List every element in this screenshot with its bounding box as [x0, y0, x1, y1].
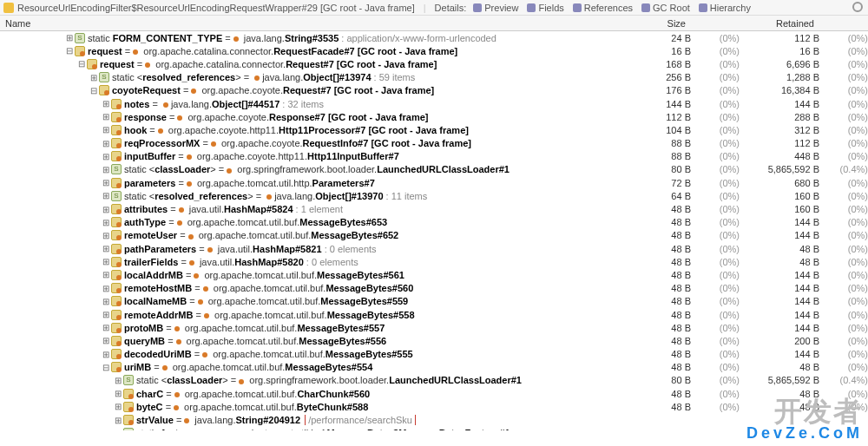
expander-icon[interactable]: ⊞ — [101, 218, 111, 227]
field-icon — [111, 230, 122, 240]
retained-pct: (0%) — [826, 191, 868, 201]
expander-icon[interactable]: ⊞ — [101, 205, 111, 214]
tree-row[interactable]: ⊞localAddrMB = org.apache.tomcat.util.bu… — [0, 268, 868, 281]
expander-icon[interactable]: ⊞ — [101, 112, 111, 121]
retained-pct: (0%) — [826, 178, 868, 188]
expander-icon[interactable]: ⊞ — [101, 152, 111, 161]
expander-icon[interactable]: ⊞ — [113, 389, 123, 398]
expander-icon[interactable]: ⊞ — [113, 402, 123, 411]
expander-icon[interactable]: ⊞ — [101, 139, 111, 148]
tree-row[interactable]: ⊞parameters = org.apache.tomcat.util.htt… — [0, 176, 868, 189]
field-icon — [111, 323, 122, 333]
object-tree[interactable]: ⊞static FORM_CONTENT_TYPE = java.lang.St… — [0, 31, 868, 430]
tree-row[interactable]: ⊞byteC = org.apache.tomcat.util.buf.Byte… — [0, 400, 868, 413]
size-value: 16 B — [611, 46, 698, 56]
expander-icon[interactable]: ⊟ — [76, 59, 87, 69]
expander-icon[interactable]: ⊟ — [101, 363, 111, 372]
tree-row[interactable]: ⊞hook = org.apache.coyote.http11.Http11P… — [0, 123, 868, 136]
col-name[interactable]: Name — [5, 18, 606, 29]
node-label: localAddrMB = org.apache.tomcat.util.buf… — [124, 270, 611, 280]
tree-row[interactable]: ⊞localNameMB = org.apache.tomcat.util.bu… — [0, 295, 868, 308]
tree-row[interactable]: ⊟request = org.apache.catalina.connector… — [0, 44, 868, 57]
gear-icon[interactable] — [852, 2, 863, 12]
static-field-icon — [111, 191, 122, 201]
size-value: 80 B — [611, 164, 698, 174]
expander-icon[interactable]: ⊞ — [101, 336, 111, 345]
expander-icon[interactable]: ⊞ — [113, 376, 123, 385]
tree-row[interactable]: ⊞remoteUser = org.apache.tomcat.util.buf… — [0, 229, 868, 242]
tree-row[interactable]: ⊞authType = org.apache.tomcat.util.buf.M… — [0, 216, 868, 229]
tree-row[interactable]: ⊞notes = java.lang.Object[]#44517 : 32 i… — [0, 97, 868, 110]
toolbar-preview[interactable]: Preview — [473, 3, 518, 13]
expander-icon[interactable]: ⊞ — [101, 231, 111, 240]
tree-row[interactable]: ⊞response = org.apache.coyote.Response#7… — [0, 110, 868, 123]
expander-icon[interactable]: ⊞ — [101, 191, 111, 200]
expander-icon[interactable]: ⊞ — [101, 257, 111, 266]
expander-icon[interactable]: ⊞ — [101, 178, 111, 187]
tree-row[interactable]: ⊞static <classLoader> = org.springframew… — [0, 374, 868, 387]
expander-icon[interactable]: ⊞ — [101, 165, 111, 174]
node-label: remoteUser = org.apache.tomcat.util.buf.… — [124, 230, 611, 240]
expander-icon[interactable]: ⊞ — [101, 99, 111, 108]
node-label: trailerFields = java.util.HashMap#5820 :… — [124, 257, 611, 267]
expander-icon[interactable]: ⊞ — [101, 284, 111, 293]
col-retained[interactable]: Retained — [734, 18, 821, 29]
tree-row[interactable]: ⊞protoMB = org.apache.tomcat.util.buf.Me… — [0, 321, 868, 334]
tree-row[interactable]: ⊞attributes = java.util.HashMap#5824 : 1… — [0, 202, 868, 215]
tree-row[interactable]: ⊞queryMB = org.apache.tomcat.util.buf.Me… — [0, 334, 868, 347]
expander-icon[interactable]: ⊞ — [101, 125, 111, 134]
object-icon — [3, 3, 14, 13]
expander-icon[interactable]: ⊞ — [101, 323, 111, 332]
expander-icon[interactable]: ⊞ — [101, 310, 111, 319]
size-value: 48 B — [611, 283, 698, 293]
expander-icon[interactable]: ⊟ — [89, 86, 99, 95]
retained-value: 5,865,592 B — [740, 375, 826, 385]
node-label: strValue = java.lang.String#204912 /perf… — [136, 415, 611, 425]
field-icon — [111, 125, 122, 135]
static-field-icon — [123, 375, 134, 385]
toolbar-references[interactable]: References — [573, 3, 633, 13]
tree-row[interactable]: ⊞strValue = java.lang.String#204912 /per… — [0, 413, 868, 426]
retained-value: 144 B — [740, 296, 826, 306]
expander-icon[interactable]: ⊞ — [101, 244, 111, 253]
expander-icon[interactable]: ⊞ — [113, 429, 123, 430]
node-label: remoteHostMB = org.apache.tomcat.util.bu… — [124, 283, 611, 293]
tree-row[interactable]: ⊞trailerFields = java.util.HashMap#5820 … — [0, 255, 868, 268]
retained-pct: (0%) — [826, 59, 868, 69]
retained-pct: (0%) — [826, 230, 868, 240]
tree-row[interactable]: ⊟coyoteRequest = org.apache.coyote.Reque… — [0, 84, 868, 97]
toolbar-gc root[interactable]: GC Root — [641, 3, 690, 13]
tree-row[interactable]: ⊞static <classLoader> = org.springframew… — [0, 163, 868, 176]
size-value: 144 B — [611, 99, 698, 109]
tree-row[interactable]: ⊞reqProcessorMX = org.apache.coyote.Requ… — [0, 137, 868, 150]
size-pct: (0%) — [698, 178, 740, 188]
col-size[interactable]: Size — [606, 18, 693, 29]
expander-icon[interactable]: ⊞ — [64, 33, 75, 43]
tree-row[interactable]: ⊞pathParameters = java.util.HashMap#5821… — [0, 242, 868, 255]
tree-row[interactable]: ⊞inputBuffer = org.apache.coyote.http11.… — [0, 150, 868, 163]
tree-row[interactable]: ⊞charC = org.apache.tomcat.util.buf.Char… — [0, 387, 868, 400]
tree-row[interactable]: ⊟request = org.apache.catalina.connector… — [0, 57, 868, 70]
expander-icon[interactable]: ⊞ — [101, 297, 111, 306]
tree-row[interactable]: ⊞static FORM_CONTENT_TYPE = java.lang.St… — [0, 31, 868, 44]
expander-icon[interactable]: ⊟ — [64, 46, 75, 56]
expander-icon[interactable]: ⊞ — [89, 73, 99, 82]
tree-row[interactable]: ⊞static <resolved_references> = java.lan… — [0, 71, 868, 84]
tree-row[interactable]: ⊟uriMB = org.apache.tomcat.util.buf.Mess… — [0, 361, 868, 374]
tree-row[interactable]: ⊞static factory = org.apache.tomcat.util… — [0, 427, 868, 430]
expander-icon[interactable]: ⊞ — [101, 270, 111, 279]
retained-value: 448 B — [740, 151, 826, 161]
title-text: ResourceUrlEncodingFilter$ResourceUrlEnc… — [17, 3, 415, 13]
tree-row[interactable]: ⊞remoteAddrMB = org.apache.tomcat.util.b… — [0, 308, 868, 321]
toolbar-hierarchy[interactable]: Hierarchy — [699, 3, 751, 13]
tree-row[interactable]: ⊞decodedUriMB = org.apache.tomcat.util.b… — [0, 348, 868, 361]
retained-pct: (0.4%) — [826, 164, 868, 174]
toolbar-fields[interactable]: Fields — [527, 3, 563, 13]
tree-row[interactable]: ⊞static <resolved_references> = java.lan… — [0, 189, 868, 202]
expander-icon[interactable]: ⊞ — [101, 350, 111, 359]
retained-pct: (0%) — [826, 244, 868, 254]
tree-row[interactable]: ⊞remoteHostMB = org.apache.tomcat.util.b… — [0, 282, 868, 295]
size-value: 48 B — [611, 402, 698, 412]
expander-icon[interactable]: ⊞ — [113, 416, 123, 425]
size-pct: (0%) — [698, 296, 740, 306]
